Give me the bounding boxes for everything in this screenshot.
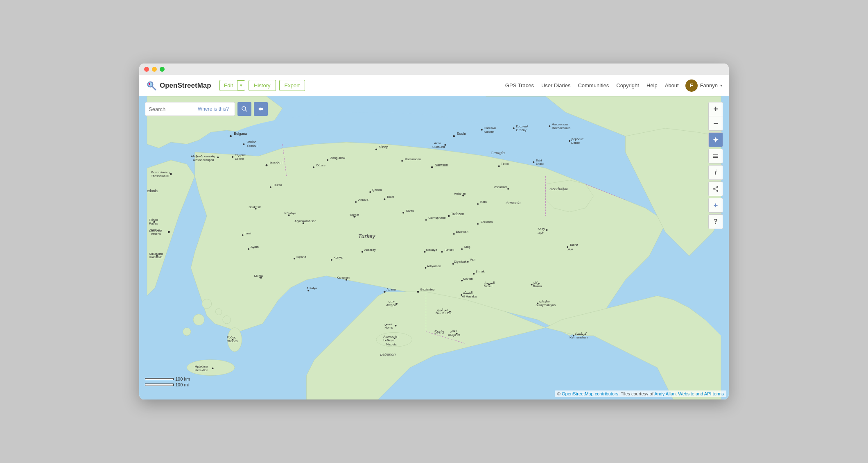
svg-point-183 <box>531 284 533 286</box>
zoom-out-button[interactable]: − <box>709 116 723 130</box>
about-link[interactable]: About <box>665 82 679 89</box>
share-icon <box>712 186 719 192</box>
location-control <box>708 132 723 147</box>
svg-text:Kars: Kars <box>480 200 487 204</box>
svg-point-156 <box>533 161 534 163</box>
svg-text:Sinop: Sinop <box>379 145 389 149</box>
location-icon <box>712 136 719 143</box>
svg-text:Gaziantep: Gaziantep <box>420 288 434 291</box>
svg-text:Antalya: Antalya <box>306 286 317 290</box>
history-button[interactable]: History <box>249 80 276 91</box>
svg-point-14 <box>187 360 235 376</box>
svg-text:Muş: Muş <box>464 245 470 249</box>
brand-name: OpenStreetMap <box>160 82 211 90</box>
terms-link[interactable]: Website and API terms <box>678 391 724 396</box>
edit-dropdown-button[interactable]: ▾ <box>237 80 245 91</box>
svg-text:Ardahan: Ardahan <box>454 192 466 196</box>
edit-button-group[interactable]: Edit ▾ <box>219 80 245 91</box>
gps-traces-link[interactable]: GPS Traces <box>505 82 534 89</box>
brand-logo[interactable]: OpenStreetMap <box>146 80 211 91</box>
svg-text:Gümüşhane: Gümüşhane <box>428 216 445 220</box>
user-menu[interactable]: F Fannyn ▾ <box>685 79 722 92</box>
svg-text:Al-Qa'im: Al-Qa'im <box>448 333 460 337</box>
communities-link[interactable]: Communities <box>578 82 609 89</box>
svg-text:Edirne: Edirne <box>235 157 244 161</box>
svg-text:حلب: حلب <box>388 300 395 303</box>
svg-text:Çorum: Çorum <box>372 188 382 192</box>
svg-text:Erzincan: Erzincan <box>456 230 468 234</box>
andy-allan-link[interactable]: Andy Allan <box>654 391 676 396</box>
svg-text:Sheki: Sheki <box>536 162 544 166</box>
svg-point-75 <box>248 248 249 250</box>
zoom-controls: + − <box>708 102 723 131</box>
svg-point-65 <box>375 149 377 150</box>
svg-line-203 <box>245 110 247 111</box>
svg-line-2 <box>153 87 156 90</box>
help-button[interactable]: ? <box>709 215 723 229</box>
map-area[interactable]: Bulgaria Ямбол Yambol Едирне Edirne Αλεξ… <box>139 96 729 399</box>
svg-text:Derbe: Derbe <box>571 141 580 145</box>
svg-point-110 <box>453 233 455 235</box>
svg-point-114 <box>477 203 479 205</box>
svg-point-208 <box>717 190 718 192</box>
svg-text:حمص: حمص <box>384 322 393 326</box>
info-button[interactable]: i <box>709 166 723 179</box>
svg-point-106 <box>425 219 427 221</box>
search-button[interactable] <box>237 102 251 116</box>
svg-text:Акаа: Акаа <box>434 141 441 145</box>
svg-point-132 <box>461 280 463 281</box>
svg-point-120 <box>461 248 463 250</box>
svg-point-81 <box>369 191 371 193</box>
svg-text:Kermanshah: Kermanshah <box>570 336 588 339</box>
svg-text:İzmir: İzmir <box>245 232 252 235</box>
svg-point-51 <box>212 368 214 369</box>
where-is-this-link[interactable]: Where is this? <box>198 106 229 112</box>
zoom-in-button[interactable]: + <box>709 102 723 116</box>
layers-button[interactable] <box>709 149 723 163</box>
svg-point-18 <box>223 316 231 324</box>
svg-rect-205 <box>713 156 718 157</box>
info-controls: i <box>708 165 723 180</box>
maximize-button[interactable] <box>160 67 165 72</box>
directions-button[interactable] <box>254 102 268 116</box>
export-button[interactable]: Export <box>279 80 305 91</box>
svg-text:Adıyaman: Adıyaman <box>427 264 441 268</box>
svg-point-202 <box>242 107 246 110</box>
scale-mi: 100 mi <box>145 382 190 387</box>
scale-km-line <box>145 378 174 380</box>
svg-point-69 <box>431 166 433 168</box>
close-button[interactable] <box>144 67 149 72</box>
svg-text:Diyarbakır: Diyarbakır <box>454 260 469 263</box>
svg-text:Aydın: Aydın <box>251 245 259 249</box>
svg-point-124 <box>424 251 426 253</box>
my-location-button[interactable] <box>709 133 723 147</box>
svg-text:Grozny: Grozny <box>516 128 527 132</box>
svg-text:Mardin: Mardin <box>463 277 473 281</box>
svg-text:Aksaray: Aksaray <box>364 248 376 252</box>
svg-point-63 <box>327 159 328 161</box>
user-diaries-link[interactable]: User Diaries <box>541 82 571 89</box>
add-controls: + <box>708 198 723 213</box>
svg-point-3 <box>149 83 150 85</box>
share-button[interactable] <box>709 182 723 196</box>
directions-icon <box>258 106 264 112</box>
svg-point-134 <box>417 291 419 293</box>
add-note-button[interactable]: + <box>709 198 723 212</box>
minimize-button[interactable] <box>152 67 157 72</box>
osm-link[interactable]: OpenStreetMap contributors <box>562 391 618 396</box>
svg-text:Şırnak: Şırnak <box>475 270 485 273</box>
search-input[interactable] <box>149 106 198 112</box>
svg-text:Turkey: Turkey <box>358 234 375 239</box>
edit-button[interactable]: Edit <box>219 80 237 91</box>
svg-text:Samsun: Samsun <box>435 163 448 167</box>
map-canvas[interactable]: Bulgaria Ямбол Yambol Едирне Edirne Αλεξ… <box>139 96 729 399</box>
svg-point-91 <box>331 259 332 261</box>
svg-point-31 <box>232 156 233 158</box>
svg-point-163 <box>546 229 548 231</box>
svg-text:الموصل: الموصل <box>484 281 495 285</box>
copyright-link[interactable]: Copyright <box>616 82 639 89</box>
help-link[interactable]: Help <box>646 82 658 89</box>
svg-text:Sivas: Sivas <box>406 209 414 213</box>
svg-point-150 <box>569 140 570 142</box>
svg-text:Makhachkala: Makhachkala <box>552 126 570 130</box>
